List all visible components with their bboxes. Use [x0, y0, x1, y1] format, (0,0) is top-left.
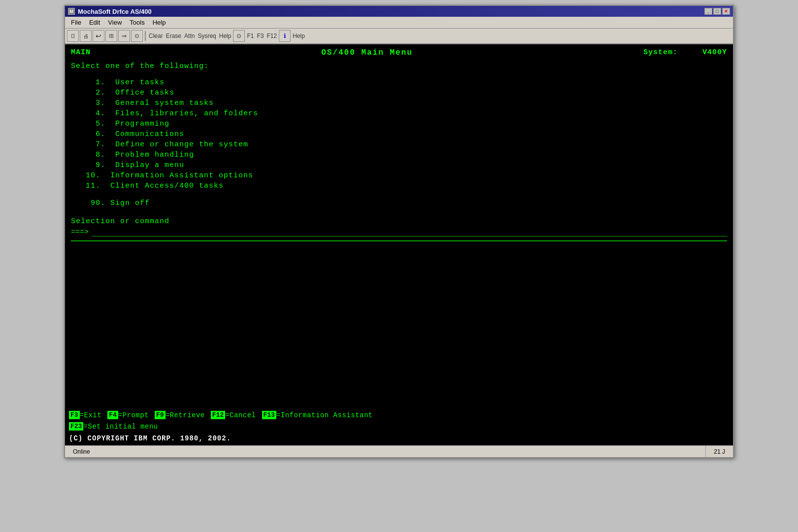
menu-item-10[interactable]: 10. Information Assistant options [71, 171, 727, 180]
fkey-f3[interactable]: F3 =Exit [69, 411, 101, 419]
menu-file[interactable]: File [67, 18, 85, 27]
toolbar-sysreq[interactable]: Sysreq [197, 33, 217, 39]
toolbar-erase[interactable]: Erase [165, 33, 182, 39]
fkey-f3-badge: F3 [69, 411, 80, 419]
command-input[interactable] [92, 228, 727, 236]
prompt-arrow: ===> [71, 228, 89, 236]
title-bar-controls[interactable]: _ □ ✕ [704, 8, 730, 15]
fkey-f13-badge: F13 [262, 411, 276, 419]
menu-item-90[interactable]: 90. Sign off [91, 199, 727, 207]
fkey-f12-label: =Cancel [225, 411, 256, 419]
menu-item-3[interactable]: 3. General system tasks [71, 99, 727, 107]
fkey-f12[interactable]: F12 =Cancel [211, 411, 256, 419]
menu-item-9[interactable]: 9. Display a menu [71, 161, 727, 169]
toolbar-paste[interactable]: ⇒ [118, 30, 130, 42]
term-main-label: MAIN [71, 48, 91, 57]
fkey-f4-label: =Prompt [118, 411, 149, 419]
command-prompt-row[interactable]: ===> [71, 228, 727, 236]
menu-item-5[interactable]: 5. Programming [71, 120, 727, 128]
window-title: MochaSoft Drfce AS/400 [78, 8, 152, 15]
fkey-f9[interactable]: F9 =Retrieve [155, 411, 205, 419]
fkey-f12-badge: F12 [211, 411, 225, 419]
toolbar-copy[interactable]: IB [105, 30, 117, 42]
system-value: V400Y [702, 48, 727, 57]
minimize-button[interactable]: _ [704, 8, 712, 15]
menu-item-11[interactable]: 11. Client Access/400 tasks [71, 182, 727, 190]
fkey-row-2: F23 =Set initial menu [69, 422, 729, 431]
title-bar-left: M MochaSoft Drfce AS/400 [68, 8, 152, 15]
status-right: 21 J [706, 446, 733, 457]
fkey-f9-badge: F9 [155, 411, 166, 419]
app-icon: M [68, 8, 75, 15]
fkey-f13[interactable]: F13 =Information Assistant [262, 411, 373, 419]
toolbar-back[interactable]: ↩ [93, 30, 104, 42]
copyright-text: (C) COPYRIGHT IBM CORP. 1980, 2002. [69, 434, 231, 442]
toolbar-circle[interactable]: ⊙ [131, 30, 143, 42]
close-button[interactable]: ✕ [722, 8, 730, 15]
toolbar-new[interactable]: 🗋 [67, 30, 79, 42]
status-online-text: Online [73, 448, 90, 455]
main-window: M MochaSoft Drfce AS/400 _ □ ✕ File Edit… [64, 5, 734, 458]
toolbar-f12[interactable]: F12 [266, 33, 278, 39]
title-bar: M MochaSoft Drfce AS/400 _ □ ✕ [65, 6, 733, 17]
toolbar-f3[interactable]: F3 [256, 33, 265, 39]
status-bar: Online 21 J [65, 445, 733, 457]
system-label: System: [643, 48, 678, 57]
toolbar-print[interactable]: 🖨 [80, 30, 92, 42]
term-select-prompt: Select one of the following: [71, 62, 727, 70]
menu-tools[interactable]: Tools [126, 18, 148, 27]
toolbar-help2[interactable]: Help [292, 33, 306, 39]
fkey-bar: F3 =Exit F4 =Prompt F9 =Retrieve F12 =Ca… [65, 409, 733, 433]
maximize-button[interactable]: □ [713, 8, 721, 15]
fkey-f23-badge: F23 [69, 422, 83, 431]
fkey-row-1: F3 =Exit F4 =Prompt F9 =Retrieve F12 =Ca… [69, 411, 729, 419]
menu-item-7[interactable]: 7. Define or change the system [71, 140, 727, 149]
toolbar-f1[interactable]: F1 [246, 33, 255, 39]
fkey-f4-badge: F4 [107, 411, 118, 419]
toolbar-info-icon[interactable]: ℹ [279, 30, 291, 42]
copyright-bar: (C) COPYRIGHT IBM CORP. 1980, 2002. [65, 433, 733, 445]
toolbar: 🗋 🖨 ↩ IB ⇒ ⊙ Clear Erase Attn Sysreq Hel… [65, 29, 733, 44]
menu-item-6[interactable]: 6. Communications [71, 130, 727, 138]
menu-edit[interactable]: Edit [85, 18, 104, 27]
fkey-f23[interactable]: F23 =Set initial menu [69, 422, 158, 431]
term-system: System: V400Y [643, 48, 727, 57]
menu-item-1[interactable]: 1. User tasks [71, 78, 727, 87]
menu-item-4[interactable]: 4. Files, libraries, and folders [71, 109, 727, 118]
fkey-f9-label: =Retrieve [166, 411, 205, 419]
toolbar-circle2[interactable]: ⊙ [233, 30, 245, 42]
toolbar-sep-1 [145, 31, 146, 41]
terminal-separator [71, 240, 727, 241]
menu-item-2[interactable]: 2. Office tasks [71, 89, 727, 97]
menu-help[interactable]: Help [149, 18, 170, 27]
menu-view[interactable]: View [104, 18, 126, 27]
toolbar-clear[interactable]: Clear [148, 33, 164, 39]
status-online: Online [65, 446, 706, 457]
toolbar-help[interactable]: Help [218, 33, 233, 39]
fkey-f23-label: =Set initial menu [83, 423, 158, 431]
toolbar-attn[interactable]: Attn [183, 33, 196, 39]
terminal-area: MAIN OS/400 Main Menu System: V400Y Sele… [65, 44, 733, 409]
menu-item-8[interactable]: 8. Problem handling [71, 151, 727, 159]
term-header: MAIN OS/400 Main Menu System: V400Y [71, 48, 727, 57]
selection-label: Selection or command [71, 217, 727, 226]
menu-bar: File Edit View Tools Help [65, 17, 733, 29]
fkey-f3-label: =Exit [80, 411, 102, 419]
term-title: OS/400 Main Menu [91, 48, 643, 57]
status-right-text: 21 J [714, 448, 725, 455]
fkey-f4[interactable]: F4 =Prompt [107, 411, 149, 419]
fkey-f13-label: =Information Assistant [276, 411, 373, 419]
